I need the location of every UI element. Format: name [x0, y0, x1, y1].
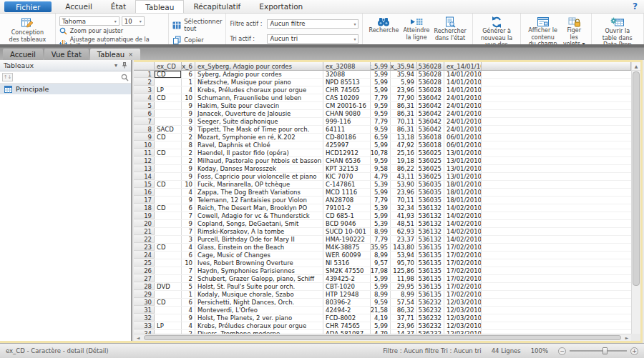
table-cell[interactable] — [155, 307, 182, 314]
table-cell[interactable]: 13/01/2010 — [444, 157, 482, 164]
table-cell[interactable] — [155, 212, 182, 219]
table-cell[interactable]: 10 — [182, 94, 195, 101]
table-cell[interactable]: 536028 — [417, 86, 444, 94]
table-cell[interactable]: Rimski-Korsakov, A la tombe — [195, 228, 323, 235]
tables-search-input[interactable] — [14, 73, 119, 81]
table-cell[interactable] — [155, 252, 182, 259]
table-cell[interactable]: LP — [155, 322, 182, 329]
table-cell[interactable]: 5,39 — [371, 220, 391, 227]
table-cell[interactable]: Hakim, Suite pour clavecin — [195, 102, 323, 109]
table-cell[interactable]: 80396-2 — [323, 299, 371, 306]
table-cell[interactable]: 57,54 — [391, 299, 417, 306]
table-cell[interactable]: 536132 — [417, 220, 444, 227]
row-number[interactable]: 18 — [134, 204, 155, 212]
row-number[interactable]: 29 — [134, 291, 155, 298]
table-cell[interactable]: 10,78 — [371, 149, 391, 156]
table-cell[interactable]: 06/01/2010 — [444, 134, 482, 141]
tab-fichier[interactable]: Fichier — [4, 1, 52, 12]
table-cell[interactable]: M4K-38875 — [323, 244, 371, 251]
table-cell[interactable]: 13/01/2010 — [444, 165, 482, 172]
table-cell[interactable]: Koday, Danses Marosszek — [195, 165, 323, 172]
table-cell[interactable]: 5,99 — [371, 275, 391, 282]
table-cell[interactable]: Nietzsche, Musique pour piano — [195, 79, 323, 86]
table-cell[interactable]: 6 — [182, 252, 195, 259]
row-number[interactable]: 4 — [134, 94, 155, 101]
table-cell[interactable]: 19,18 — [391, 157, 417, 164]
table-cell[interactable]: HCD12912 — [323, 149, 371, 156]
table-cell[interactable]: 77,90 — [391, 94, 417, 101]
table-cell[interactable]: 70,11 — [391, 197, 417, 204]
table-cell[interactable]: Mozart, Symphonie en ré, K.202 — [195, 134, 323, 141]
table-cell[interactable]: MCD 1116 — [323, 189, 371, 196]
table-cell[interactable]: 35,95 — [371, 244, 391, 251]
table-cell[interactable]: 536135 — [417, 267, 444, 274]
row-number[interactable]: 22 — [134, 236, 155, 243]
table-cell[interactable]: 536132 — [417, 228, 444, 235]
column-header[interactable]: ex_Syberg, Adagio pour cordes — [195, 62, 323, 70]
table-cell[interactable]: 3 — [182, 236, 195, 243]
table-cell[interactable]: 86,31 — [391, 126, 417, 133]
table-cell[interactable]: CD — [155, 244, 182, 251]
table-cell[interactable]: 9 — [182, 118, 195, 125]
table-cell[interactable]: 4 — [182, 86, 195, 94]
row-number[interactable]: 5 — [134, 102, 155, 109]
column-header[interactable]: ex_14/01/10 — [444, 62, 482, 70]
table-cell[interactable]: 7 — [182, 212, 195, 219]
scroll-right-icon[interactable]: ► — [623, 334, 631, 341]
table-cell[interactable]: 536135 — [417, 252, 444, 259]
table-cell[interactable]: 536025 — [417, 149, 444, 156]
table-cell[interactable]: Krebs, Préludes choraux pour orgue — [195, 86, 323, 94]
table-cell[interactable]: 14/02/2010 — [444, 204, 482, 212]
table-cell[interactable]: 536135 — [417, 244, 444, 251]
table-cell[interactable]: 8,99 — [371, 228, 391, 235]
row-number[interactable]: 19 — [134, 212, 155, 219]
table-cell[interactable]: Seeger, Suite diaphonique — [195, 118, 323, 125]
table-cell[interactable] — [155, 259, 182, 267]
table-cell[interactable]: 536025 — [417, 157, 444, 164]
table-cell[interactable]: 13,18 — [391, 134, 417, 141]
copy-button[interactable]: Copier — [172, 36, 222, 44]
table-cell[interactable]: 17/02/2010 — [444, 252, 482, 259]
table-cell[interactable]: BCD 9046 — [323, 220, 371, 227]
table-cell[interactable]: 7,79 — [371, 118, 391, 125]
table-cell[interactable]: Tippett, The Mask of Time pour orch. — [195, 126, 323, 133]
row-number[interactable]: 33 — [134, 322, 155, 329]
table-cell[interactable]: 11,98 — [391, 275, 417, 282]
table-cell[interactable]: 32,34 — [391, 204, 417, 212]
table-cell[interactable]: 536042 — [417, 118, 444, 125]
table-cell[interactable]: 13/01/2010 — [444, 173, 482, 180]
table-cell[interactable]: 43,11 — [391, 173, 417, 180]
autosize-columns-button[interactable]: Ajustage automatique de la taille des co… — [59, 36, 165, 44]
table-cell[interactable]: CD — [155, 204, 182, 212]
column-header[interactable]: ex_35,94 — [391, 62, 417, 70]
table-cell[interactable] — [155, 314, 182, 322]
table-cell[interactable]: 41,93 — [391, 212, 417, 219]
table-cell[interactable]: 47,92 — [391, 141, 417, 149]
table-cell[interactable]: WER 60099 — [323, 252, 371, 259]
table-cell[interactable]: 8,99 — [371, 291, 391, 298]
table-cell[interactable]: HTP 12948 — [323, 291, 371, 298]
table-cell[interactable] — [155, 157, 182, 164]
table-cell[interactable]: 7 — [182, 267, 195, 274]
table-cell[interactable]: 17/02/2010 — [444, 275, 482, 282]
table-cell[interactable]: 4 — [182, 322, 195, 329]
table-cell[interactable]: 425997 — [323, 141, 371, 149]
row-number[interactable]: 14 — [134, 173, 155, 180]
active-filter-select[interactable]: Aucun filtre ▾ — [267, 19, 358, 29]
table-cell[interactable]: 32088 — [323, 71, 371, 78]
table-cell[interactable]: Ives, Robert Browning Overture — [195, 259, 323, 267]
doc-tab-accueil[interactable]: Accueil — [3, 49, 43, 60]
table-cell[interactable]: 536025 — [417, 165, 444, 172]
table-cell[interactable] — [155, 165, 182, 172]
table-cell[interactable]: Holst, St. Paul's Suite pour orch. — [195, 283, 323, 290]
table-cell[interactable]: 79101-2 — [323, 204, 371, 212]
table-cell[interactable]: CD — [155, 134, 182, 141]
table-cell[interactable] — [155, 291, 182, 298]
table-cell[interactable]: Telemann, 12 Fantaisies pour Violon — [195, 197, 323, 204]
table-cell[interactable]: 18/01/2010 — [444, 189, 482, 196]
table-cell[interactable]: 9 — [182, 314, 195, 322]
table-cell[interactable]: 5,99 — [371, 141, 391, 149]
table-cell[interactable]: 23,37 — [391, 236, 417, 243]
table-cell[interactable]: CHAN 9080 — [323, 110, 371, 117]
table-cell[interactable]: 9 — [182, 165, 195, 172]
